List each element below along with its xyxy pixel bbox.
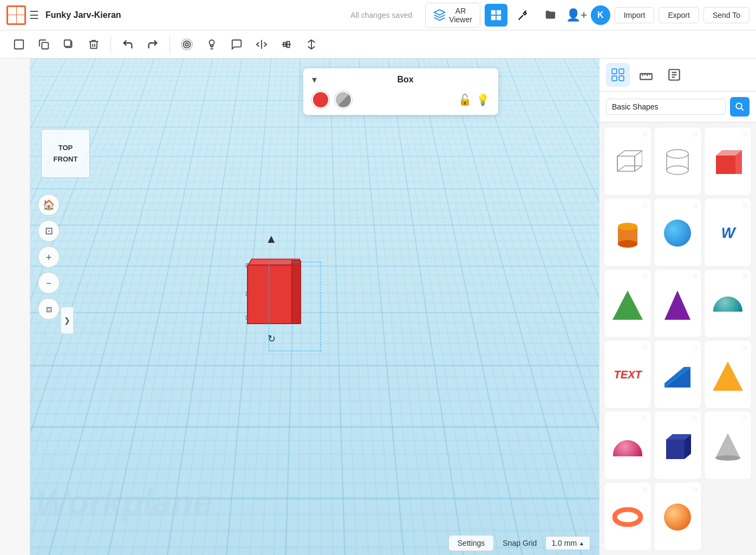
shape-item-pyramid-yellow[interactable]: ☆: [704, 340, 752, 409]
lock-icon[interactable]: 🔓: [458, 93, 472, 106]
shape-item-pyramid-purple[interactable]: ☆: [654, 269, 701, 338]
star-icon-13[interactable]: ☆: [642, 414, 648, 422]
star-icon-11[interactable]: ☆: [692, 343, 699, 351]
star-icon-2[interactable]: ☆: [692, 130, 699, 138]
star-icon-6[interactable]: ☆: [742, 201, 748, 209]
tab-notes[interactable]: [662, 63, 686, 87]
comment-button[interactable]: [226, 34, 247, 55]
delete-button[interactable]: [83, 34, 104, 55]
shape-item-dome-pink[interactable]: ☆: [604, 411, 651, 480]
shape-item-cylinder-wireframe[interactable]: ☆: [654, 127, 701, 196]
shape-item-box-solid[interactable]: ☆: [704, 127, 752, 196]
svg-point-30: [736, 103, 742, 109]
shape-item-sphere[interactable]: ☆: [654, 198, 701, 267]
tab-ruler[interactable]: [634, 63, 658, 87]
box-3d: [242, 254, 301, 330]
star-icon-16[interactable]: ☆: [642, 485, 648, 493]
ar-viewer-button[interactable]: AR Viewer: [425, 3, 480, 28]
panel-chevron-icon[interactable]: ▾: [312, 74, 317, 86]
shape-item-box-wireframe[interactable]: ☆: [604, 127, 651, 196]
folder-button[interactable]: [539, 4, 562, 27]
pickaxe-icon: [517, 9, 529, 21]
perspective-button[interactable]: ⧈: [38, 298, 60, 320]
left-sidebar: [0, 59, 30, 555]
svg-point-44: [618, 223, 637, 230]
copy-button[interactable]: [34, 34, 54, 55]
user-avatar[interactable]: K: [591, 5, 610, 25]
star-icon-14[interactable]: ☆: [692, 414, 699, 422]
fit-view-button[interactable]: ⊡: [38, 220, 60, 242]
add-user-icon[interactable]: 👤+: [566, 8, 588, 22]
shape-item-pyramid-green[interactable]: ☆: [604, 269, 651, 338]
svg-rect-0: [491, 10, 496, 14]
view-cube[interactable]: TOP FRONT: [41, 129, 90, 178]
star-icon-12[interactable]: ☆: [742, 343, 748, 351]
star-icon-9[interactable]: ☆: [742, 272, 748, 280]
star-icon-7[interactable]: ☆: [642, 272, 648, 280]
grid-view-button[interactable]: [485, 4, 507, 27]
viewport[interactable]: TOP FRONT 🏠 ⊡ ＋ － ⧈ ▲: [30, 59, 599, 555]
export-button[interactable]: Export: [659, 7, 699, 23]
zoom-out-button[interactable]: －: [38, 272, 60, 294]
shape-item-torus[interactable]: ☆: [604, 482, 651, 551]
star-icon-10[interactable]: ☆: [642, 343, 648, 351]
svg-rect-21: [640, 74, 652, 80]
zoom-in-button[interactable]: ＋: [38, 246, 60, 268]
cube-top-label: TOP: [58, 144, 73, 152]
toolbar: [0, 30, 756, 59]
shape-item-text-red[interactable]: ☆ TEXT: [604, 340, 651, 409]
color-swatch-gray[interactable]: [335, 91, 352, 108]
align-button[interactable]: [276, 34, 297, 55]
collapse-panel-button[interactable]: ❯: [61, 307, 74, 334]
shape-item-sphere-orange[interactable]: ☆: [654, 482, 701, 551]
star-icon-8[interactable]: ☆: [692, 272, 699, 280]
shape-preview-wedge: [661, 359, 694, 391]
settings-button[interactable]: Settings: [448, 535, 494, 551]
cube-front-label: FRONT: [54, 155, 78, 163]
box-object[interactable]: ▲ ↻: [242, 254, 301, 330]
shape-search-button[interactable]: [730, 97, 750, 117]
svg-rect-17: [612, 69, 617, 74]
send-to-button[interactable]: Send To: [703, 7, 750, 23]
shape-item-wedge[interactable]: ☆: [654, 340, 701, 409]
star-icon-1[interactable]: ☆: [642, 130, 648, 138]
star-icon-4[interactable]: ☆: [642, 201, 648, 209]
menu-icon[interactable]: ☰: [29, 9, 39, 22]
color-swatch-red[interactable]: [312, 91, 329, 108]
import-button[interactable]: Import: [615, 7, 655, 23]
shape-item-box-blue[interactable]: ☆: [654, 411, 701, 480]
bulb-button[interactable]: [201, 34, 222, 55]
shape-item-cylinder[interactable]: ☆: [604, 198, 651, 267]
camera-button[interactable]: [177, 34, 197, 55]
star-icon-17[interactable]: ☆: [692, 485, 699, 493]
svg-rect-47: [666, 440, 685, 459]
shape-category-dropdown[interactable]: Basic Shapes: [606, 99, 726, 115]
svg-rect-20: [619, 76, 624, 81]
move-up-handle[interactable]: ▲: [265, 232, 277, 246]
rotate-handle[interactable]: ↻: [268, 333, 276, 345]
star-icon-15[interactable]: ☆: [742, 414, 748, 422]
undo-button[interactable]: [118, 34, 138, 55]
shape-preview-torus: [611, 501, 644, 533]
new-button[interactable]: [9, 34, 29, 55]
project-name: Funky Jarv-Kieran: [45, 10, 121, 20]
bottom-bar: Settings Snap Grid 1.0 mm ▲: [30, 531, 599, 555]
home-view-button[interactable]: 🏠: [38, 194, 60, 216]
duplicate-button[interactable]: [58, 34, 79, 55]
star-icon-3[interactable]: ☆: [742, 130, 748, 138]
tab-shapes[interactable]: [606, 63, 630, 87]
svg-rect-1: [497, 10, 501, 14]
svg-marker-50: [715, 433, 740, 458]
shape-item-half-sphere[interactable]: ☆: [704, 269, 752, 338]
star-icon-5[interactable]: ☆: [692, 201, 699, 209]
light-icon[interactable]: 💡: [476, 93, 490, 106]
redo-button[interactable]: [142, 34, 163, 55]
mirror-button[interactable]: [251, 34, 272, 55]
shape-item-text3d[interactable]: ☆ W: [704, 198, 752, 267]
svg-point-36: [667, 166, 688, 175]
pickaxe-button[interactable]: [512, 4, 535, 27]
flip-button[interactable]: [301, 34, 322, 55]
shape-item-cone[interactable]: ☆: [704, 411, 752, 480]
snap-grid-value[interactable]: 1.0 mm ▲: [545, 536, 590, 550]
logo[interactable]: ☰: [6, 5, 41, 25]
